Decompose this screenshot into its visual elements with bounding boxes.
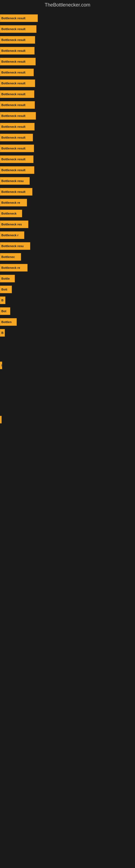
bar-row: B bbox=[0, 295, 135, 306]
site-header: TheBottlenecker.com bbox=[0, 0, 135, 10]
bar-label: Bottleneck r bbox=[1, 234, 18, 237]
bar-row bbox=[0, 338, 135, 349]
bar-row: Bottleneck bbox=[0, 208, 135, 219]
bars-container: Bottleneck resultBottleneck resultBottle… bbox=[0, 10, 135, 428]
bar-row: Bottleneck result bbox=[0, 165, 135, 176]
bottleneck-bar[interactable]: I bbox=[0, 362, 2, 369]
bar-row bbox=[0, 382, 135, 393]
bottleneck-bar[interactable]: Bottleneck result bbox=[0, 80, 35, 87]
bar-row: B bbox=[0, 328, 135, 338]
bottleneck-bar[interactable]: B bbox=[0, 297, 5, 304]
bar-label: Bottleneck result bbox=[1, 60, 26, 63]
bar-label: Bottleneck result bbox=[1, 190, 26, 193]
bottleneck-bar[interactable]: Bottleneck result bbox=[0, 25, 37, 33]
bar-row: Bottleneck result bbox=[0, 99, 135, 111]
bottleneck-bar[interactable]: Bottleneck result bbox=[0, 112, 36, 120]
bottleneck-bar[interactable]: Bottleneck result bbox=[0, 166, 34, 174]
bar-label: Bottleneck re bbox=[1, 266, 20, 269]
bottleneck-bar[interactable]: Bottleneck result bbox=[0, 47, 35, 55]
bottleneck-bar[interactable]: Bottleneck resu bbox=[0, 242, 30, 250]
bar-row: Bottleneck result bbox=[0, 78, 135, 89]
bar-row bbox=[0, 393, 135, 403]
bottleneck-bar[interactable]: Bottleneck result bbox=[0, 36, 35, 44]
bar-label: Bottlenec bbox=[1, 255, 15, 258]
bar-label: Bottleneck result bbox=[1, 49, 26, 52]
bottleneck-bar[interactable]: Bottleneck result bbox=[0, 145, 34, 152]
bar-label: Bottleneck result bbox=[1, 158, 26, 161]
bottleneck-bar[interactable]: Bottleneck re bbox=[0, 264, 28, 272]
bar-label: Bottleneck result bbox=[1, 136, 26, 139]
bar-row bbox=[0, 414, 135, 425]
bottleneck-bar[interactable]: Bottleneck result bbox=[0, 134, 33, 141]
bottleneck-bar[interactable]: Bottlenec bbox=[0, 253, 21, 261]
bar-label: Bottleneck result bbox=[1, 125, 26, 128]
bar-label: Bottleneck result bbox=[1, 168, 26, 172]
bottleneck-bar[interactable]: Bottleneck res bbox=[0, 220, 28, 228]
bar-row: Bott bbox=[0, 284, 135, 295]
bar-label: Bottleneck result bbox=[1, 71, 26, 74]
bar-label: Bottleneck result bbox=[1, 147, 26, 150]
bar-row: Bottleneck result bbox=[0, 13, 135, 24]
bottleneck-bar[interactable]: Bottleneck bbox=[0, 210, 22, 217]
bar-row: Bottleneck result bbox=[0, 67, 135, 78]
bar-row: Bottlenec bbox=[0, 251, 135, 262]
bottleneck-bar[interactable]: Bottleneck result bbox=[0, 14, 38, 22]
bottleneck-bar[interactable] bbox=[0, 416, 2, 424]
bar-label: Bottleneck resu bbox=[1, 179, 24, 183]
bar-label: B bbox=[1, 331, 3, 335]
bar-row: I bbox=[0, 360, 135, 371]
bar-row: Bottleneck result bbox=[0, 111, 135, 121]
bar-label: B bbox=[1, 299, 3, 302]
bottleneck-bar[interactable]: Bottleneck result bbox=[0, 69, 34, 76]
bar-row: Bottleneck result bbox=[0, 45, 135, 56]
bar-label: Bottleneck resu bbox=[1, 244, 24, 248]
bar-row: Bottleneck re bbox=[0, 262, 135, 273]
bar-label: Bottleneck result bbox=[1, 17, 26, 20]
bar-row bbox=[0, 349, 135, 360]
bottleneck-bar[interactable]: Bottleneck result bbox=[0, 123, 35, 130]
bar-label: Bottle bbox=[1, 277, 10, 280]
bottleneck-bar[interactable]: Bottleneck resu bbox=[0, 177, 30, 185]
bar-row: Bottleneck result bbox=[0, 34, 135, 45]
bottleneck-bar[interactable]: Bottleneck result bbox=[0, 188, 32, 195]
bar-label: Bottleneck result bbox=[1, 27, 26, 31]
bar-label: Bottleneck bbox=[1, 212, 16, 215]
bar-row bbox=[0, 371, 135, 382]
bar-row: Bottleneck result bbox=[0, 121, 135, 132]
bottleneck-bar[interactable]: Bottle bbox=[0, 275, 15, 282]
bottleneck-bar[interactable]: Bottleneck result bbox=[0, 155, 34, 163]
bottleneck-bar[interactable]: Bottleneck r bbox=[0, 231, 24, 239]
bar-row: Bottleneck result bbox=[0, 154, 135, 165]
bar-label: Bottlen bbox=[1, 320, 12, 323]
bar-label: Bottleneck result bbox=[1, 114, 26, 118]
bottleneck-bar[interactable]: Bott bbox=[0, 286, 12, 293]
bar-label: Bottleneck result bbox=[1, 93, 26, 96]
bar-row: Bottleneck resu bbox=[0, 176, 135, 186]
bar-label: Bottleneck result bbox=[1, 82, 26, 85]
bar-label: Bottleneck re bbox=[1, 201, 20, 204]
bottleneck-bar[interactable]: B bbox=[0, 329, 5, 337]
bottleneck-bar[interactable]: Bottleneck result bbox=[0, 90, 34, 98]
bar-row: Bottle bbox=[0, 273, 135, 284]
bar-row: Bottlen bbox=[0, 316, 135, 328]
bar-row: Bottleneck result bbox=[0, 24, 135, 34]
bar-row: Bottleneck re bbox=[0, 197, 135, 208]
bar-row: Bottleneck result bbox=[0, 143, 135, 154]
bottleneck-bar[interactable]: Bottleneck re bbox=[0, 199, 27, 207]
bar-row: Bottleneck result bbox=[0, 186, 135, 197]
bottleneck-bar[interactable]: Bottleneck result bbox=[0, 58, 36, 65]
bar-row: Bottleneck res bbox=[0, 219, 135, 230]
bar-label: Bottleneck res bbox=[1, 223, 22, 226]
bar-row: Bot bbox=[0, 306, 135, 316]
bar-row: Bottleneck r bbox=[0, 230, 135, 241]
bottleneck-bar[interactable]: Bottlen bbox=[0, 318, 17, 326]
site-title: TheBottlenecker.com bbox=[0, 0, 135, 10]
bar-label: I bbox=[1, 364, 2, 367]
bar-label: Bott bbox=[1, 288, 7, 291]
bottleneck-bar[interactable]: Bottleneck result bbox=[0, 101, 35, 109]
bar-row bbox=[0, 403, 135, 414]
bottleneck-bar[interactable]: Bot bbox=[0, 307, 10, 315]
bar-row: Bottleneck result bbox=[0, 89, 135, 99]
bar-label: Bottleneck result bbox=[1, 38, 26, 41]
bar-row: Bottleneck result bbox=[0, 56, 135, 67]
